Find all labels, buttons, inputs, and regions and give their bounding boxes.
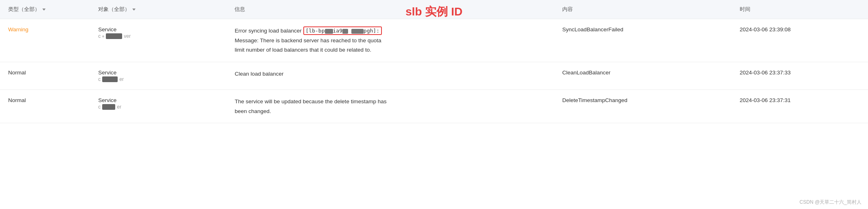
redacted-text	[106, 33, 122, 39]
table-header-row: 类型（全部） 对象（全部） 信息 内容 时间	[0, 0, 868, 19]
object-cell: Service c er	[90, 89, 226, 123]
type-cell: Warning	[0, 19, 90, 62]
object-prefix: c	[98, 33, 101, 39]
info-line1: The service will be updated because the …	[235, 97, 546, 106]
content-label: DeleteTimestampChanged	[562, 97, 627, 103]
table-row: Warning Service c ver E	[0, 19, 868, 62]
info-line2: Message: There is backend server has rea…	[235, 36, 546, 45]
content-cell: CleanLoadBalancer	[554, 62, 732, 89]
events-table: 类型（全部） 对象（全部） 信息 内容 时间	[0, 0, 868, 123]
chevron-down-icon	[132, 9, 136, 11]
footer-text: CSDN @天草二十六_简村人	[800, 199, 861, 206]
highlight-id-box: [lb-bpia9 pgh]:	[303, 26, 382, 35]
object-cell: Service c ver	[90, 19, 226, 62]
content-cell: SyncLoadBalancerFailed	[554, 19, 732, 62]
object-prefix: c	[98, 104, 101, 110]
time-cell: 2024-03-06 23:37:33	[732, 62, 868, 89]
col-info-header: 信息	[226, 0, 554, 19]
info-line1: Clean load balancer	[235, 70, 546, 78]
object-sub: c ver	[98, 33, 218, 39]
redacted-id-part1	[325, 29, 333, 34]
info-cell: The service will be updated because the …	[226, 89, 554, 123]
col-type-header[interactable]: 类型（全部）	[0, 0, 90, 19]
object-suffix: er	[119, 76, 124, 82]
object-prefix: c	[98, 76, 101, 82]
time-value: 2024-03-06 23:37:31	[740, 97, 791, 103]
info-line3: limit number of load balancers that it c…	[235, 46, 546, 54]
info-cell: Clean load balancer	[226, 62, 554, 89]
col-object-header[interactable]: 对象（全部）	[90, 0, 226, 19]
table-row: Normal Service c er The service will be …	[0, 89, 868, 123]
type-cell: Normal	[0, 89, 90, 123]
object-suffix: ver	[124, 33, 131, 39]
info-prefix: Error syncing load balancer	[235, 28, 303, 34]
redacted-text	[102, 76, 118, 82]
content-label: SyncLoadBalancerFailed	[562, 26, 623, 33]
object-name: Service	[98, 97, 218, 103]
time-cell: 2024-03-06 23:37:31	[732, 89, 868, 123]
info-cell: Error syncing load balancer [lb-bpia9 pg…	[226, 19, 554, 62]
object-cell: Service c er	[90, 62, 226, 89]
main-container: slb 实例 ID 类型（全部） 对象（全部） 信息	[0, 0, 868, 209]
content-cell: DeleteTimestampChanged	[554, 89, 732, 123]
redacted-text	[102, 104, 115, 110]
time-value: 2024-03-06 23:39:08	[740, 26, 791, 33]
col-time-header: 时间	[732, 0, 868, 19]
content-label: CleanLoadBalancer	[562, 70, 611, 76]
chevron-down-icon	[42, 9, 46, 11]
object-name: Service	[98, 70, 218, 76]
redacted-id-part2	[342, 29, 348, 34]
type-cell: Normal	[0, 62, 90, 89]
info-line2: been changed.	[235, 107, 546, 116]
time-value: 2024-03-06 23:37:33	[740, 70, 791, 76]
col-content-header: 内容	[554, 0, 732, 19]
object-name: Service	[98, 26, 218, 33]
type-label: Normal	[8, 97, 26, 103]
object-sub: c er	[98, 104, 218, 110]
redacted-id-part3	[351, 29, 364, 34]
table-row: Normal Service c er Clean load balancer	[0, 62, 868, 89]
type-label: Normal	[8, 70, 26, 76]
dot-separator	[102, 35, 104, 37]
type-label: Warning	[8, 26, 28, 33]
object-sub: c er	[98, 76, 218, 82]
object-suffix: er	[117, 104, 121, 110]
time-cell: 2024-03-06 23:39:08	[732, 19, 868, 62]
